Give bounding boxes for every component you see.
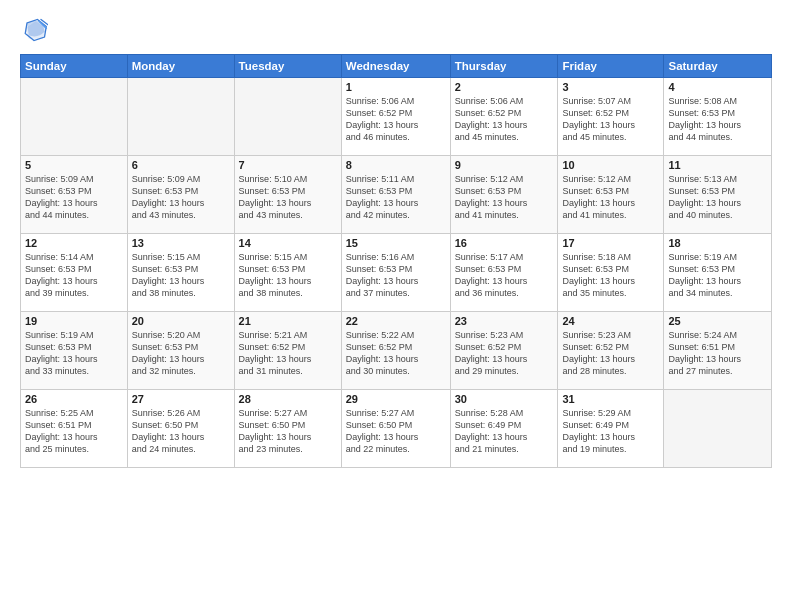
- day-info: Sunrise: 5:07 AM Sunset: 6:52 PM Dayligh…: [562, 95, 659, 144]
- calendar-cell: 25Sunrise: 5:24 AM Sunset: 6:51 PM Dayli…: [664, 312, 772, 390]
- day-number: 16: [455, 237, 554, 249]
- day-number: 22: [346, 315, 446, 327]
- calendar-cell: 14Sunrise: 5:15 AM Sunset: 6:53 PM Dayli…: [234, 234, 341, 312]
- calendar-week-row: 5Sunrise: 5:09 AM Sunset: 6:53 PM Daylig…: [21, 156, 772, 234]
- day-info: Sunrise: 5:20 AM Sunset: 6:53 PM Dayligh…: [132, 329, 230, 378]
- calendar-cell: 30Sunrise: 5:28 AM Sunset: 6:49 PM Dayli…: [450, 390, 558, 468]
- calendar-cell: 19Sunrise: 5:19 AM Sunset: 6:53 PM Dayli…: [21, 312, 128, 390]
- calendar-cell: 23Sunrise: 5:23 AM Sunset: 6:52 PM Dayli…: [450, 312, 558, 390]
- weekday-header-tuesday: Tuesday: [234, 55, 341, 78]
- day-number: 4: [668, 81, 767, 93]
- day-number: 8: [346, 159, 446, 171]
- day-info: Sunrise: 5:28 AM Sunset: 6:49 PM Dayligh…: [455, 407, 554, 456]
- day-number: 27: [132, 393, 230, 405]
- calendar-cell: 13Sunrise: 5:15 AM Sunset: 6:53 PM Dayli…: [127, 234, 234, 312]
- calendar-cell: 31Sunrise: 5:29 AM Sunset: 6:49 PM Dayli…: [558, 390, 664, 468]
- day-number: 24: [562, 315, 659, 327]
- calendar-cell: [664, 390, 772, 468]
- day-info: Sunrise: 5:09 AM Sunset: 6:53 PM Dayligh…: [132, 173, 230, 222]
- weekday-header-wednesday: Wednesday: [341, 55, 450, 78]
- day-info: Sunrise: 5:08 AM Sunset: 6:53 PM Dayligh…: [668, 95, 767, 144]
- weekday-header-sunday: Sunday: [21, 55, 128, 78]
- calendar-cell: [127, 78, 234, 156]
- calendar-cell: 21Sunrise: 5:21 AM Sunset: 6:52 PM Dayli…: [234, 312, 341, 390]
- calendar-week-row: 12Sunrise: 5:14 AM Sunset: 6:53 PM Dayli…: [21, 234, 772, 312]
- day-info: Sunrise: 5:21 AM Sunset: 6:52 PM Dayligh…: [239, 329, 337, 378]
- page: SundayMondayTuesdayWednesdayThursdayFrid…: [0, 0, 792, 612]
- day-info: Sunrise: 5:14 AM Sunset: 6:53 PM Dayligh…: [25, 251, 123, 300]
- calendar-cell: 10Sunrise: 5:12 AM Sunset: 6:53 PM Dayli…: [558, 156, 664, 234]
- calendar-cell: [21, 78, 128, 156]
- calendar-cell: 9Sunrise: 5:12 AM Sunset: 6:53 PM Daylig…: [450, 156, 558, 234]
- day-info: Sunrise: 5:18 AM Sunset: 6:53 PM Dayligh…: [562, 251, 659, 300]
- day-info: Sunrise: 5:16 AM Sunset: 6:53 PM Dayligh…: [346, 251, 446, 300]
- day-info: Sunrise: 5:15 AM Sunset: 6:53 PM Dayligh…: [239, 251, 337, 300]
- day-info: Sunrise: 5:19 AM Sunset: 6:53 PM Dayligh…: [25, 329, 123, 378]
- calendar-cell: 12Sunrise: 5:14 AM Sunset: 6:53 PM Dayli…: [21, 234, 128, 312]
- day-info: Sunrise: 5:29 AM Sunset: 6:49 PM Dayligh…: [562, 407, 659, 456]
- calendar-cell: 28Sunrise: 5:27 AM Sunset: 6:50 PM Dayli…: [234, 390, 341, 468]
- day-number: 21: [239, 315, 337, 327]
- day-number: 12: [25, 237, 123, 249]
- weekday-header-row: SundayMondayTuesdayWednesdayThursdayFrid…: [21, 55, 772, 78]
- day-number: 11: [668, 159, 767, 171]
- day-number: 10: [562, 159, 659, 171]
- day-info: Sunrise: 5:17 AM Sunset: 6:53 PM Dayligh…: [455, 251, 554, 300]
- calendar-cell: 7Sunrise: 5:10 AM Sunset: 6:53 PM Daylig…: [234, 156, 341, 234]
- day-info: Sunrise: 5:06 AM Sunset: 6:52 PM Dayligh…: [346, 95, 446, 144]
- calendar-cell: 4Sunrise: 5:08 AM Sunset: 6:53 PM Daylig…: [664, 78, 772, 156]
- day-number: 28: [239, 393, 337, 405]
- calendar-cell: 18Sunrise: 5:19 AM Sunset: 6:53 PM Dayli…: [664, 234, 772, 312]
- day-number: 26: [25, 393, 123, 405]
- calendar-week-row: 1Sunrise: 5:06 AM Sunset: 6:52 PM Daylig…: [21, 78, 772, 156]
- day-info: Sunrise: 5:09 AM Sunset: 6:53 PM Dayligh…: [25, 173, 123, 222]
- day-info: Sunrise: 5:12 AM Sunset: 6:53 PM Dayligh…: [562, 173, 659, 222]
- day-number: 3: [562, 81, 659, 93]
- day-number: 25: [668, 315, 767, 327]
- day-info: Sunrise: 5:11 AM Sunset: 6:53 PM Dayligh…: [346, 173, 446, 222]
- day-number: 23: [455, 315, 554, 327]
- header: [20, 16, 772, 44]
- day-info: Sunrise: 5:23 AM Sunset: 6:52 PM Dayligh…: [455, 329, 554, 378]
- calendar-cell: 3Sunrise: 5:07 AM Sunset: 6:52 PM Daylig…: [558, 78, 664, 156]
- day-number: 1: [346, 81, 446, 93]
- day-number: 9: [455, 159, 554, 171]
- day-number: 7: [239, 159, 337, 171]
- logo: [20, 16, 52, 44]
- calendar-cell: 15Sunrise: 5:16 AM Sunset: 6:53 PM Dayli…: [341, 234, 450, 312]
- day-info: Sunrise: 5:15 AM Sunset: 6:53 PM Dayligh…: [132, 251, 230, 300]
- day-number: 13: [132, 237, 230, 249]
- day-info: Sunrise: 5:26 AM Sunset: 6:50 PM Dayligh…: [132, 407, 230, 456]
- day-number: 2: [455, 81, 554, 93]
- day-number: 17: [562, 237, 659, 249]
- calendar-week-row: 26Sunrise: 5:25 AM Sunset: 6:51 PM Dayli…: [21, 390, 772, 468]
- weekday-header-thursday: Thursday: [450, 55, 558, 78]
- day-number: 14: [239, 237, 337, 249]
- calendar-cell: [234, 78, 341, 156]
- day-number: 18: [668, 237, 767, 249]
- day-number: 19: [25, 315, 123, 327]
- calendar-cell: 5Sunrise: 5:09 AM Sunset: 6:53 PM Daylig…: [21, 156, 128, 234]
- day-info: Sunrise: 5:24 AM Sunset: 6:51 PM Dayligh…: [668, 329, 767, 378]
- calendar-cell: 22Sunrise: 5:22 AM Sunset: 6:52 PM Dayli…: [341, 312, 450, 390]
- weekday-header-monday: Monday: [127, 55, 234, 78]
- day-info: Sunrise: 5:13 AM Sunset: 6:53 PM Dayligh…: [668, 173, 767, 222]
- calendar-cell: 27Sunrise: 5:26 AM Sunset: 6:50 PM Dayli…: [127, 390, 234, 468]
- calendar-cell: 17Sunrise: 5:18 AM Sunset: 6:53 PM Dayli…: [558, 234, 664, 312]
- day-number: 29: [346, 393, 446, 405]
- calendar-cell: 29Sunrise: 5:27 AM Sunset: 6:50 PM Dayli…: [341, 390, 450, 468]
- calendar-cell: 1Sunrise: 5:06 AM Sunset: 6:52 PM Daylig…: [341, 78, 450, 156]
- day-info: Sunrise: 5:27 AM Sunset: 6:50 PM Dayligh…: [346, 407, 446, 456]
- day-info: Sunrise: 5:22 AM Sunset: 6:52 PM Dayligh…: [346, 329, 446, 378]
- day-number: 31: [562, 393, 659, 405]
- weekday-header-saturday: Saturday: [664, 55, 772, 78]
- calendar-cell: 6Sunrise: 5:09 AM Sunset: 6:53 PM Daylig…: [127, 156, 234, 234]
- calendar-cell: 16Sunrise: 5:17 AM Sunset: 6:53 PM Dayli…: [450, 234, 558, 312]
- day-number: 30: [455, 393, 554, 405]
- day-number: 15: [346, 237, 446, 249]
- calendar-cell: 8Sunrise: 5:11 AM Sunset: 6:53 PM Daylig…: [341, 156, 450, 234]
- calendar-cell: 26Sunrise: 5:25 AM Sunset: 6:51 PM Dayli…: [21, 390, 128, 468]
- day-number: 20: [132, 315, 230, 327]
- day-info: Sunrise: 5:12 AM Sunset: 6:53 PM Dayligh…: [455, 173, 554, 222]
- calendar-cell: 20Sunrise: 5:20 AM Sunset: 6:53 PM Dayli…: [127, 312, 234, 390]
